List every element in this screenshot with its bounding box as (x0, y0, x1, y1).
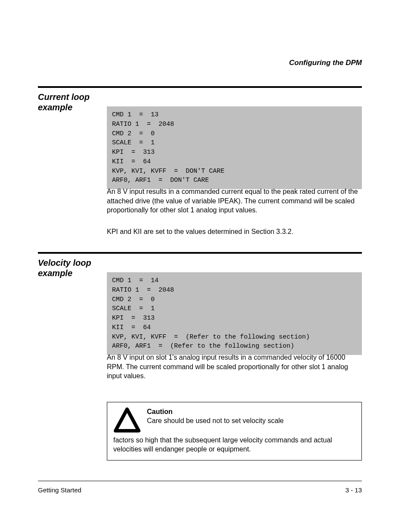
paragraph: An 8 V input on slot 1's analog input re… (107, 353, 362, 381)
caution-label: Caution (147, 408, 173, 415)
code-block-velocity-loop: CMD 1 = 14 RATIO 1 = 2048 CMD 2 = 0 SCAL… (107, 272, 362, 355)
caution-text: Caution Care should be used not to set v… (147, 408, 284, 426)
paragraph: An 8 V input results in a commanded curr… (107, 187, 362, 215)
breadcrumb: Configuring the DPM (289, 59, 362, 67)
footer-divider (38, 481, 362, 481)
footer-page-number: 3 - 13 (346, 486, 362, 494)
section-title-current-loop: Current loop example (38, 92, 98, 112)
section-title-velocity-loop: Velocity loop example (38, 258, 98, 278)
paragraph: KPI and KII are set to the values determ… (107, 227, 362, 236)
footer-left: Getting Started (38, 486, 81, 494)
section-divider (38, 252, 362, 254)
caution-continuation: factors so high that the subsequent larg… (113, 436, 355, 454)
code-block-current-loop: CMD 1 = 13 RATIO 1 = 2048 CMD 2 = 0 SCAL… (107, 106, 362, 189)
document-page: Configuring the DPM Current loop example… (38, 0, 362, 532)
section-divider (38, 86, 362, 88)
caution-box: Caution Care should be used not to set v… (107, 402, 362, 460)
warning-triangle-icon (113, 408, 141, 433)
caution-line: Care should be used not to set velocity … (147, 417, 284, 426)
